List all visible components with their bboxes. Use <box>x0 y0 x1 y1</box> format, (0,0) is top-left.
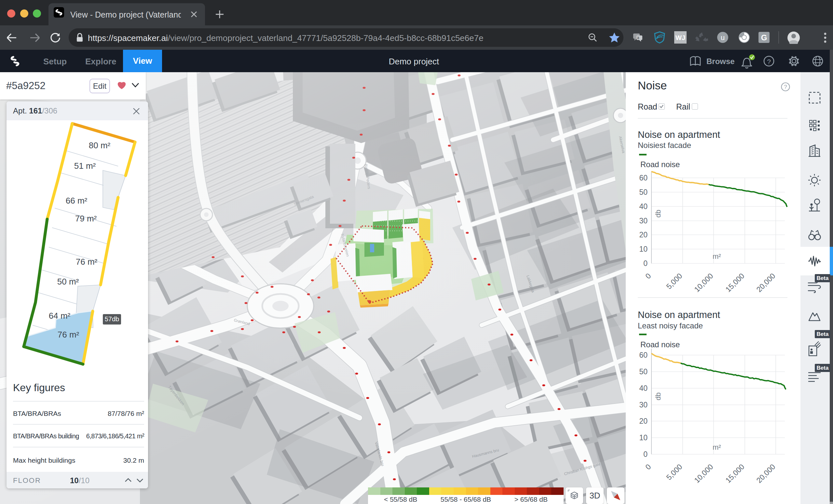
svg-text:64 m²: 64 m² <box>49 311 71 321</box>
svg-text:50 m²: 50 m² <box>57 277 79 286</box>
svg-text:76 m²: 76 m² <box>57 330 79 339</box>
svg-text:66 m²: 66 m² <box>66 196 88 205</box>
svg-text:51 m²: 51 m² <box>74 161 96 171</box>
svg-text:79 m²: 79 m² <box>75 213 97 223</box>
svg-text:57db: 57db <box>105 316 119 323</box>
svg-text:80 m²: 80 m² <box>89 141 111 150</box>
svg-text:76 m²: 76 m² <box>76 257 98 267</box>
